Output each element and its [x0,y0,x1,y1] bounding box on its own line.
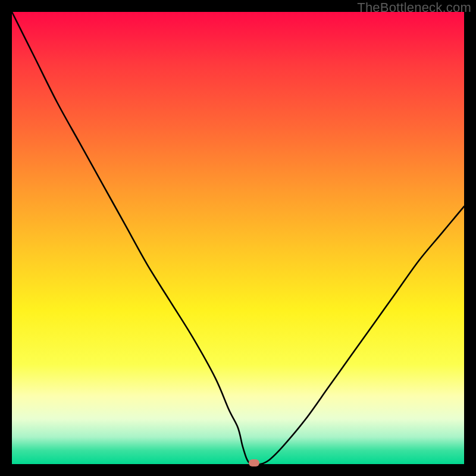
plot-area [12,12,464,464]
bottleneck-marker [249,459,259,466]
bottleneck-curve [12,12,464,464]
chart-container: TheBottleneck.com [0,0,476,476]
